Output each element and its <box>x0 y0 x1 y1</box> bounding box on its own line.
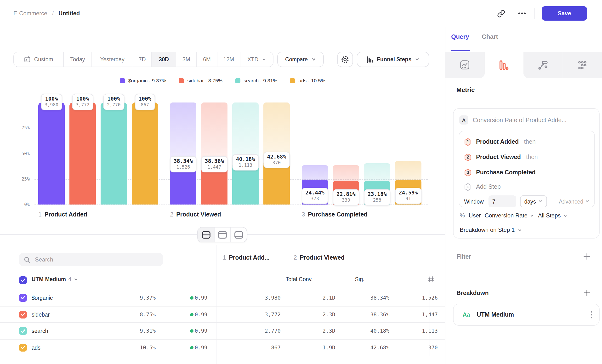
breakdown-section: Breakdown <box>456 289 591 297</box>
step-badge-number: 1 <box>464 138 472 146</box>
funnel-bar[interactable] <box>101 103 127 204</box>
bar-count: 2,770 <box>107 102 120 108</box>
bar-value-label: 24.44%373 <box>301 188 328 204</box>
breadcrumb-project[interactable]: E-Commerce <box>13 10 47 17</box>
funnel-bar[interactable] <box>38 103 65 204</box>
more-options-button[interactable] <box>515 7 529 20</box>
row-sig: 0.99 <box>195 345 207 351</box>
row-name: ads <box>32 345 41 351</box>
query-step[interactable]: 3Purchase Completed <box>464 165 590 180</box>
share-link-button[interactable] <box>494 7 508 20</box>
chart-type-tabs <box>445 52 602 78</box>
row-avg-time: 2.1D <box>322 295 335 301</box>
add-filter-button[interactable] <box>583 253 591 260</box>
sig-column-header[interactable]: Sig. <box>355 276 365 282</box>
active-tab-indicator <box>451 50 470 51</box>
query-step[interactable]: 2Product Viewedthen <box>464 150 590 165</box>
add-step-button[interactable]: Add Step <box>464 180 590 193</box>
chevron-down-icon <box>74 277 78 281</box>
chart-only-view-button[interactable] <box>214 227 230 242</box>
row-checkbox[interactable] <box>19 344 27 352</box>
add-breakdown-button[interactable] <box>583 289 591 297</box>
count-column-icon[interactable] <box>428 276 434 283</box>
table-row[interactable]: search9.31%0.992,7702.3D40.18%1,113 <box>0 323 445 340</box>
breakdown-on-label: Breakdown on Step 1 <box>460 226 515 233</box>
measure-scope-select[interactable]: All Steps <box>538 212 568 219</box>
metric-steps: 1Product Addedthen2Product Viewedthen3Pu… <box>464 134 590 180</box>
add-step-icon <box>464 183 472 191</box>
row-total-conv: 10.5% <box>140 345 156 351</box>
funnel-step-label: 3Purchase Completed <box>302 211 367 218</box>
measure-row: % User Conversion Rate All Steps <box>460 212 568 219</box>
column-divider <box>430 290 430 356</box>
window-unit-select[interactable]: days <box>520 195 547 207</box>
breakdown-item[interactable]: Aa UTM Medium <box>453 304 600 326</box>
table-only-view-button[interactable] <box>230 227 247 242</box>
bar-value-label: 100%2,770 <box>103 94 124 110</box>
step-badge-number: 2 <box>464 153 472 161</box>
app-window: E-Commerce / Untitled Save <box>0 0 602 364</box>
table-group-step1: 1Product Add... <box>223 254 270 261</box>
row-checkbox[interactable] <box>19 294 27 302</box>
step-number: 3 <box>302 211 305 218</box>
y-axis-tick: 0% <box>13 202 30 207</box>
tab-line-chart[interactable] <box>445 52 484 78</box>
bar-count: 1,526 <box>174 164 193 170</box>
metric-heading: Metric <box>456 86 475 93</box>
query-step-name: Product Viewed <box>476 154 521 161</box>
window-value-input[interactable] <box>488 195 516 207</box>
tab-funnel-chart[interactable] <box>484 52 524 78</box>
total-conv-column-header[interactable]: Total Conv. <box>286 276 313 282</box>
funnel-bar[interactable] <box>132 103 158 204</box>
link-icon <box>497 9 505 18</box>
bar-count: 330 <box>336 198 355 203</box>
row-step1-count: 3,772 <box>265 311 281 318</box>
table-row[interactable]: ads10.5%0.998671.9D42.68%370 <box>0 340 445 356</box>
bar-value-label: 100%3,772 <box>72 94 93 110</box>
search-input[interactable] <box>34 256 158 263</box>
funnel-bar[interactable] <box>69 103 96 204</box>
advanced-toggle[interactable]: Advanced <box>559 199 590 204</box>
chevron-down-icon <box>585 199 590 203</box>
breakdown-column-label: UTM Medium <box>32 276 66 282</box>
window-row: Window days Advanced <box>464 195 590 207</box>
tab-chart[interactable]: Chart <box>482 33 498 40</box>
breadcrumb: E-Commerce / Untitled <box>13 10 80 17</box>
significance-dot <box>190 296 194 300</box>
tab-flow-chart[interactable] <box>524 52 563 78</box>
row-name: search <box>32 328 48 334</box>
tab-query[interactable]: Query <box>451 33 469 40</box>
select-all-checkbox[interactable] <box>19 276 27 284</box>
chevron-down-icon <box>563 213 568 218</box>
tab-retention-grid[interactable] <box>563 52 602 78</box>
row-conversion: 38.36% <box>370 311 390 318</box>
measure-entity[interactable]: User <box>469 212 481 219</box>
table-row[interactable]: sidebar8.75%0.993,7722.3D38.36%1,447 <box>0 306 445 323</box>
column-divider <box>287 245 287 364</box>
table-search <box>19 253 163 266</box>
group-step-number: 2 <box>294 254 297 261</box>
breadcrumb-title[interactable]: Untitled <box>58 10 80 17</box>
significance-dot <box>190 346 194 349</box>
bar-value-label: 38.34%1,526 <box>170 156 197 173</box>
bar-pct: 100% <box>44 96 58 102</box>
row-sig: 0.99 <box>195 295 207 301</box>
save-button[interactable]: Save <box>542 6 587 21</box>
bar-count: 1,113 <box>236 163 255 168</box>
row-checkbox[interactable] <box>19 310 27 318</box>
filter-section: Filter <box>456 253 591 260</box>
row-checkbox[interactable] <box>19 327 27 335</box>
line-chart-icon <box>460 60 470 70</box>
breakdown-column-header[interactable]: UTM Medium 4 <box>32 276 78 282</box>
kebab-menu-icon[interactable] <box>591 311 592 319</box>
table-row[interactable]: $organic9.37%0.993,9802.1D38.34%1,526 <box>0 290 445 306</box>
bar-count: 1,447 <box>205 164 224 170</box>
query-step[interactable]: 1Product Addedthen <box>464 134 590 150</box>
measure-metric-select[interactable]: Conversion Rate <box>485 212 534 219</box>
row-total-conv: 9.31% <box>140 328 156 334</box>
split-view-button[interactable] <box>198 227 214 242</box>
metric-title[interactable]: Conversion Rate of Product Adde... <box>473 117 567 124</box>
bar-pct: 42.68% <box>267 154 286 160</box>
window-label: Window <box>464 199 484 204</box>
breakdown-on-step-select[interactable]: Breakdown on Step 1 <box>460 226 522 233</box>
